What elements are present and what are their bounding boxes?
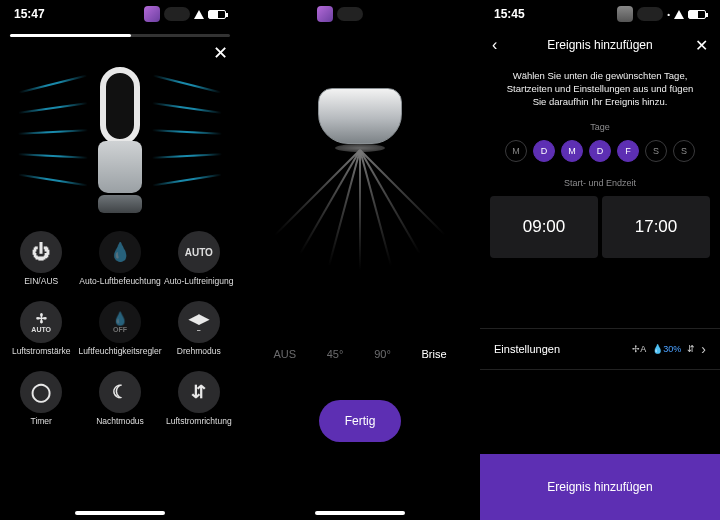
airflow-streak bbox=[152, 153, 222, 159]
control-label: EIN/AUS bbox=[6, 277, 76, 297]
airflow-streak bbox=[152, 174, 221, 187]
osc-option-90[interactable]: 90° bbox=[374, 348, 391, 360]
osc-option-aus[interactable]: AUS bbox=[273, 348, 296, 360]
control-drehmodus[interactable]: ◀▶–Drehmodus bbox=[164, 301, 234, 367]
end-time[interactable]: 17:00 bbox=[602, 196, 710, 258]
control-nachtmodus[interactable]: ☾Nachtmodus bbox=[78, 371, 161, 437]
settings-mode-icon: ✢A bbox=[632, 344, 646, 354]
control-luftstromst-rke[interactable]: ✢AUTOLuftstromstärke bbox=[6, 301, 76, 367]
control-button[interactable]: ⏻ bbox=[20, 231, 62, 273]
wifi-icon bbox=[194, 10, 204, 19]
airflow-streak bbox=[152, 129, 222, 135]
home-indicator bbox=[75, 511, 165, 515]
battery-icon bbox=[688, 10, 706, 19]
day-1[interactable]: D bbox=[533, 140, 555, 162]
device-hero bbox=[0, 37, 240, 227]
status-time: 15:47 bbox=[14, 7, 45, 21]
settings-humidity: 💧30% bbox=[652, 344, 681, 354]
home-indicator bbox=[315, 511, 405, 515]
device-illustration bbox=[97, 67, 143, 197]
control-luftstromrichtung[interactable]: ⇵Luftstromrichtung bbox=[164, 371, 234, 437]
control-button[interactable]: AUTO bbox=[178, 231, 220, 273]
status-time: 15:45 bbox=[494, 7, 525, 21]
dynamic-island bbox=[337, 7, 363, 21]
airflow-streak bbox=[152, 102, 222, 114]
screen-add-event: 15:45 • ‹ Ereignis hinzufügen ✕ Wählen S… bbox=[480, 0, 720, 520]
control-label: Luftstromrichtung bbox=[164, 417, 234, 437]
time-section-label: Start- und Endzeit bbox=[480, 178, 720, 188]
airflow-streak bbox=[18, 102, 88, 114]
settings-direction-icon: ⇵ bbox=[687, 344, 695, 354]
control-label: Auto-Luftreinigung bbox=[164, 277, 234, 297]
day-picker: MDMDFSS bbox=[480, 140, 720, 162]
control-button[interactable]: ⇵ bbox=[178, 371, 220, 413]
control-label: Luftfeuchtigkeitsregler bbox=[78, 347, 161, 367]
settings-label: Einstellungen bbox=[494, 343, 560, 355]
control-button[interactable]: ✢AUTO bbox=[20, 301, 62, 343]
time-range: 09:00 17:00 bbox=[480, 196, 720, 258]
screen-header: ‹ Ereignis hinzufügen ✕ bbox=[480, 28, 720, 62]
day-4[interactable]: F bbox=[617, 140, 639, 162]
status-icons bbox=[144, 6, 226, 22]
control-luftfeuchtigkeitsregler[interactable]: 💧OFFLuftfeuchtigkeitsregler bbox=[78, 301, 161, 367]
screen-main-controls: 15:47 ✕ ⏻EIN/AUS💧Auto-LuftbefeuchtungAUT… bbox=[0, 0, 240, 520]
control-button[interactable]: 💧OFF bbox=[99, 301, 141, 343]
dynamic-island bbox=[637, 7, 663, 21]
start-time[interactable]: 09:00 bbox=[490, 196, 598, 258]
airflow-streak bbox=[18, 174, 87, 187]
day-5[interactable]: S bbox=[645, 140, 667, 162]
end-time-value: 17:00 bbox=[635, 217, 678, 237]
control-label: Nachtmodus bbox=[78, 417, 161, 437]
control-label: Auto-Luftbefeuchtung bbox=[78, 277, 161, 297]
day-3[interactable]: D bbox=[589, 140, 611, 162]
airflow-streak bbox=[18, 129, 88, 135]
start-time-value: 09:00 bbox=[523, 217, 566, 237]
done-button[interactable]: Fertig bbox=[319, 400, 401, 442]
osc-option-brise[interactable]: Brise bbox=[422, 348, 447, 360]
wifi-icon bbox=[674, 10, 684, 19]
control-button[interactable]: ☾ bbox=[99, 371, 141, 413]
cellular-icon: • bbox=[667, 10, 670, 19]
osc-option-45[interactable]: 45° bbox=[327, 348, 344, 360]
status-bar: 15:45 • bbox=[480, 0, 720, 28]
done-button-label: Fertig bbox=[345, 414, 376, 428]
control-auto-luftbefeuchtung[interactable]: 💧Auto-Luftbefeuchtung bbox=[78, 231, 161, 297]
control-label: Timer bbox=[6, 417, 76, 437]
day-2[interactable]: M bbox=[561, 140, 583, 162]
app-thumb-icon bbox=[144, 6, 160, 22]
add-event-button[interactable]: Ereignis hinzufügen bbox=[480, 454, 720, 520]
control-button[interactable]: 💧 bbox=[99, 231, 141, 273]
add-event-label: Ereignis hinzufügen bbox=[547, 480, 652, 494]
control-timer[interactable]: ◯Timer bbox=[6, 371, 76, 437]
screen-oscillation: AUS45°90°Brise Fertig bbox=[240, 0, 480, 520]
control-label: Luftstromstärke bbox=[6, 347, 76, 367]
chevron-right-icon: › bbox=[701, 341, 706, 357]
app-thumb-icon bbox=[617, 6, 633, 22]
day-6[interactable]: S bbox=[673, 140, 695, 162]
airflow-streak bbox=[19, 75, 87, 94]
airflow-streak bbox=[18, 153, 88, 159]
day-0[interactable]: M bbox=[505, 140, 527, 162]
screen-subtitle: Wählen Sie unten die gewünschten Tage, S… bbox=[480, 62, 720, 122]
dynamic-island bbox=[164, 7, 190, 21]
control-button[interactable]: ◀▶– bbox=[178, 301, 220, 343]
close-icon[interactable]: ✕ bbox=[695, 36, 708, 55]
screen-title: Ereignis hinzufügen bbox=[547, 38, 652, 52]
back-chevron-icon[interactable]: ‹ bbox=[492, 36, 497, 54]
oscillation-options: AUS45°90°Brise bbox=[240, 348, 480, 360]
days-section-label: Tage bbox=[480, 122, 720, 132]
status-bar bbox=[240, 0, 480, 28]
battery-icon bbox=[208, 10, 226, 19]
status-icons bbox=[317, 6, 363, 22]
airflow-streak bbox=[153, 75, 221, 94]
settings-summary: ✢A 💧30% ⇵ › bbox=[632, 341, 706, 357]
control-button[interactable]: ◯ bbox=[20, 371, 62, 413]
app-thumb-icon bbox=[317, 6, 333, 22]
status-icons: • bbox=[617, 6, 706, 22]
settings-row[interactable]: Einstellungen ✢A 💧30% ⇵ › bbox=[480, 328, 720, 370]
status-bar: 15:47 bbox=[0, 0, 240, 28]
control-auto-luftreinigung[interactable]: AUTOAuto-Luftreinigung bbox=[164, 231, 234, 297]
control-ein-aus[interactable]: ⏻EIN/AUS bbox=[6, 231, 76, 297]
device-top-hero bbox=[240, 28, 480, 278]
control-label: Drehmodus bbox=[164, 347, 234, 367]
